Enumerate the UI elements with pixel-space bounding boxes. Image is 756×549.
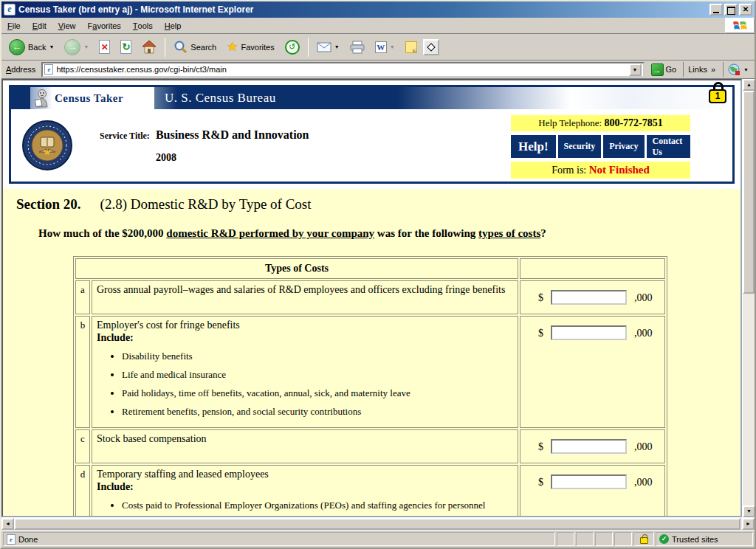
menu-item[interactable]: Edit <box>27 18 52 33</box>
row-description: Gross annual payroll–wages and salaries … <box>92 280 518 314</box>
row-letter: c <box>75 429 90 463</box>
discuss-button[interactable] <box>423 39 439 55</box>
address-url: https://censustaker.census.gov/cgi-bin/c… <box>56 65 625 74</box>
menu-item[interactable]: Help <box>159 18 188 33</box>
web-page: Census Taker U. S. Census Bureau 1 <box>1 79 742 517</box>
row-description: Stock based compensation <box>92 429 518 463</box>
types-of-costs-table: Types of Costs a Gross annual payroll–wa… <box>73 256 667 517</box>
section-heading: Section 20.(2.8) Domestic R&D by Type of… <box>3 196 740 213</box>
question-middle: was for the following <box>374 227 478 239</box>
favorites-button[interactable]: ★ Favorites <box>222 37 279 57</box>
search-button[interactable]: Search <box>169 38 221 56</box>
pdf-dropdown-icon[interactable]: ▼ <box>743 67 749 72</box>
forward-button[interactable]: → ▼ <box>60 37 93 58</box>
menu-item[interactable]: View <box>52 18 82 33</box>
census-taker-brand: Census Taker <box>30 87 154 109</box>
edit-with-word-button[interactable]: W ▼ <box>371 39 399 55</box>
header-nav-button[interactable]: Privacy <box>603 135 644 158</box>
notes-button[interactable] <box>401 39 422 55</box>
vertical-scroll-track[interactable] <box>743 294 755 505</box>
restore-button[interactable] <box>724 4 738 15</box>
toolbar-separator <box>308 38 309 57</box>
back-button[interactable]: ← Back ▼ <box>4 37 58 58</box>
horizontal-scroll-thumb[interactable] <box>14 518 740 530</box>
lock-body: 1 <box>709 89 726 103</box>
band-left-block <box>11 87 30 109</box>
note-icon <box>405 41 417 53</box>
amount-input[interactable] <box>551 439 627 454</box>
home-button[interactable] <box>137 38 161 56</box>
horizontal-scrollbar[interactable]: ◄ ► <box>1 517 755 530</box>
status-panel <box>595 532 613 546</box>
address-input[interactable]: e https://censustaker.census.gov/cgi-bin… <box>41 62 644 77</box>
header-nav-button[interactable]: Security <box>558 135 602 158</box>
scroll-left-button[interactable]: ◄ <box>1 518 14 530</box>
history-button[interactable]: ↺ <box>281 38 304 57</box>
refresh-icon: ↻ <box>120 40 131 54</box>
vertical-scrollbar[interactable]: ▲ ▼ <box>742 79 755 517</box>
security-zone-label: Trusted sites <box>672 535 718 544</box>
service-title-label: Service Title: <box>100 131 150 171</box>
page-body: Section 20.(2.8) Domestic R&D by Type of… <box>3 189 740 517</box>
header-nav-button[interactable]: Contact Us <box>647 135 690 158</box>
census-bureau-banner: U. S. Census Bureau <box>154 87 732 109</box>
address-dropdown-button[interactable]: ▼ <box>629 63 642 76</box>
edit-dropdown-icon[interactable]: ▼ <box>390 44 395 49</box>
diamond-icon <box>427 43 435 51</box>
row-amount-cell: $,000 <box>520 280 665 314</box>
menu-item[interactable]: File <box>1 18 27 33</box>
menu-item[interactable]: Favorites <box>82 18 127 33</box>
links-chevron-icon[interactable]: » <box>711 65 715 74</box>
table-row: c Stock based compensation $,000 <box>75 429 665 463</box>
bullet-item: Costs paid to Professional Employer Orga… <box>122 500 513 511</box>
scroll-down-button[interactable]: ▼ <box>743 505 755 517</box>
page-ie-icon: e <box>44 64 53 75</box>
amount-input[interactable] <box>551 325 627 340</box>
row-description: Temporary staffing and leased employees … <box>92 465 518 517</box>
mail-dropdown-icon[interactable]: ▼ <box>334 44 340 49</box>
menu-item[interactable]: Tools <box>127 18 159 33</box>
forward-dropdown-icon[interactable]: ▼ <box>83 44 89 49</box>
refresh-button[interactable]: ↻ <box>116 38 136 56</box>
title-bar: e Census Taker (brd entry aj) - Microsof… <box>1 1 755 18</box>
print-icon <box>350 41 365 54</box>
row-amount-cell: $,000 <box>520 316 665 428</box>
favorites-star-icon: ★ <box>227 39 238 55</box>
status-ie-icon: e <box>7 534 16 545</box>
row-letter: d <box>75 465 90 517</box>
history-icon: ↺ <box>285 40 300 55</box>
links-bar[interactable]: Links » <box>683 62 720 77</box>
question-underlined-1: domestic R&D performed by your company <box>166 227 374 239</box>
print-button[interactable] <box>346 38 369 56</box>
browser-viewport: Census Taker U. S. Census Bureau 1 <box>1 79 755 530</box>
table-header-row: Types of Costs <box>75 258 665 279</box>
go-button[interactable]: → Go <box>647 63 681 76</box>
secure-lock-icon: 1 <box>709 82 728 104</box>
stop-button[interactable]: ✕ <box>94 38 114 56</box>
amount-input[interactable] <box>551 290 627 305</box>
service-title: Business R&D and Innovation <box>156 128 309 142</box>
back-dropdown-icon[interactable]: ▼ <box>49 44 54 49</box>
census-header-box: Census Taker U. S. Census Bureau 1 <box>9 85 735 184</box>
close-button[interactable] <box>739 4 752 15</box>
ie-logo-icon: e <box>4 4 16 15</box>
minimize-button[interactable] <box>709 4 723 15</box>
forward-icon: → <box>64 39 80 55</box>
section-number: Section 20. <box>16 196 81 212</box>
section-title: (2.8) Domestic R&D by Type of Cost <box>100 196 312 212</box>
scroll-up-button[interactable]: ▲ <box>743 79 755 91</box>
word-icon: W <box>375 41 387 53</box>
commerce-seal-icon <box>21 120 73 171</box>
help-telephone-number: 800-772-7851 <box>604 117 662 128</box>
scroll-right-button[interactable]: ► <box>742 518 755 530</box>
header-nav-button[interactable]: Help! <box>511 135 556 158</box>
pdf-toolbar-button[interactable]: ▼ <box>723 62 753 77</box>
dollar-sign: $ <box>538 441 543 452</box>
vertical-scroll-thumb[interactable] <box>743 91 755 294</box>
globe-icon <box>728 63 740 76</box>
standard-toolbar: ← Back ▼ → ▼ ✕ ↻ Search <box>1 34 755 61</box>
mail-button[interactable]: ▼ <box>312 40 344 55</box>
service-year: 2008 <box>156 152 309 164</box>
amount-input[interactable] <box>551 474 627 489</box>
row-letter: b <box>75 316 90 428</box>
